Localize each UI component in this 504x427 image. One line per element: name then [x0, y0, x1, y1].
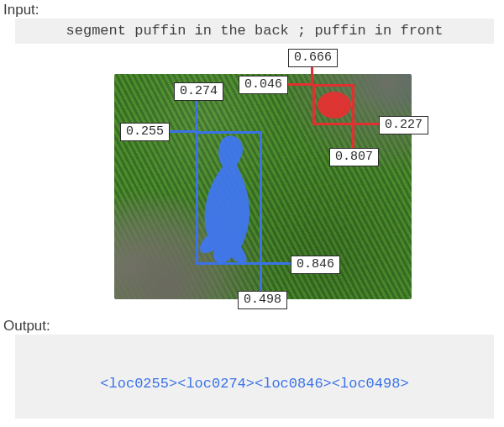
tag-red-left: 0.046: [239, 76, 288, 94]
output-line-1: <loc0255><loc0274><loc0846><loc0498>: [100, 376, 408, 392]
seg-puffin-back: [312, 84, 354, 125]
output-heading: Output:: [3, 318, 50, 335]
seg-puffin-front: [196, 131, 262, 265]
tag-blue-right: 0.846: [291, 256, 340, 274]
output-code-block: <loc0255><loc0274><loc0846><loc0498> <se…: [15, 335, 494, 419]
tag-blue-left: 0.255: [120, 123, 170, 141]
tag-red-bottom: 0.807: [329, 148, 379, 166]
annotated-image: 0.255 0.274 0.846 0.498 0.666 0.046 0.22…: [114, 74, 412, 299]
tag-blue-top: 0.274: [174, 82, 223, 101]
tag-red-top: 0.666: [288, 49, 338, 67]
input-code-block: segment puffin in the back ; puffin in f…: [15, 18, 494, 44]
figure-root: Input: segment puffin in the back ; puff…: [0, 0, 504, 427]
bbox-blue-line-left: [166, 130, 196, 133]
photo-background: [114, 74, 412, 299]
bbox-blue-line-top: [195, 99, 197, 131]
bbox-blue-line-right: [262, 262, 292, 265]
tag-red-right: 0.227: [379, 116, 428, 134]
tag-blue-bottom: 0.498: [238, 291, 287, 309]
input-heading: Input:: [3, 2, 39, 18]
svg-point-0: [318, 92, 351, 119]
